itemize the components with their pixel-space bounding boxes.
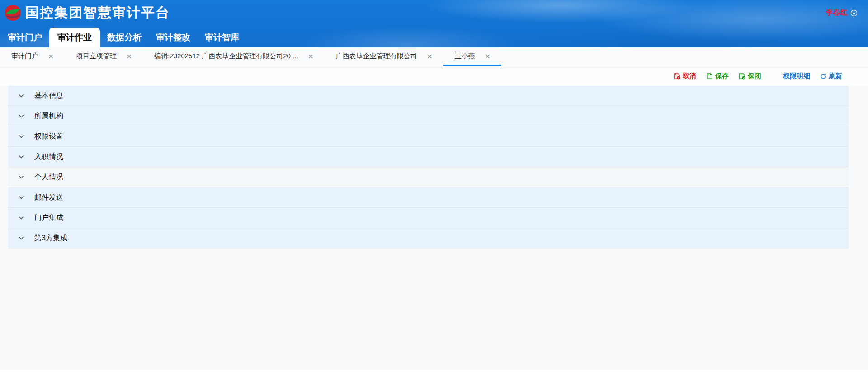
accordion-email-sending[interactable]: 邮件发送 [8, 187, 849, 208]
accordion-label: 门户集成 [34, 213, 63, 223]
doc-tab-wang-xiaoyan[interactable]: 王小燕 × [443, 47, 501, 66]
chevron-down-icon [18, 154, 24, 160]
cancel-button[interactable]: 取消 [674, 72, 696, 80]
accordion-label: 个人情况 [34, 173, 63, 182]
doc-tab-label: 广西农垦企业管理有限公司 [336, 52, 417, 61]
refresh-label: 刷新 [829, 72, 842, 80]
chevron-down-icon [18, 133, 24, 140]
save-close-label: 保闭 [748, 72, 761, 80]
form-content: 基本信息 所属机构 权限设置 入职情况 个人情况 邮件发送 门户集成 第3方集成 [0, 86, 868, 370]
accordion-portal-integration[interactable]: 门户集成 [8, 208, 849, 228]
accordion-label: 第3方集成 [34, 234, 67, 243]
cancel-label: 取消 [683, 72, 696, 80]
doc-tab-label: 王小燕 [455, 52, 475, 61]
permission-detail-button[interactable]: 权限明细 [783, 72, 810, 80]
top-header: 国控集团智慧审计平台 李春红 审计门户 审计作业 数据分析 审计整改 审计智库 [0, 0, 868, 47]
accordion-basic-info[interactable]: 基本信息 [8, 86, 849, 106]
chevron-down-icon [18, 93, 24, 99]
accordion-label: 所属机构 [34, 112, 63, 121]
close-icon[interactable]: × [308, 52, 313, 61]
accordion-label: 基本信息 [34, 91, 63, 101]
close-icon[interactable]: × [485, 52, 490, 61]
chevron-down-icon [18, 215, 24, 221]
nav-item-audit-rectify[interactable]: 审计整改 [149, 28, 198, 47]
doc-tab-company[interactable]: 广西农垦企业管理有限公司 × [325, 47, 443, 66]
refresh-button[interactable]: 刷新 [820, 72, 842, 80]
save-icon [706, 73, 713, 80]
save-button[interactable]: 保存 [706, 72, 729, 80]
save-label: 保存 [715, 72, 729, 80]
doc-tab-label: 审计门户 [11, 52, 38, 61]
doc-tab-edit-project[interactable]: 编辑:ZJ202512 广西农垦企业管理有限公司20 ... × [143, 47, 325, 66]
chevron-down-icon [18, 174, 24, 180]
app-logo-icon [5, 5, 21, 21]
module-nav: 审计门户 审计作业 数据分析 审计整改 审计智库 [0, 26, 868, 47]
nav-item-audit-portal[interactable]: 审计门户 [0, 28, 49, 47]
accordion-onboarding[interactable]: 入职情况 [8, 147, 849, 167]
permission-detail-label: 权限明细 [783, 72, 810, 80]
accordion-label: 权限设置 [34, 132, 63, 141]
doc-tab-label: 项目立项管理 [76, 52, 117, 61]
accordion-label: 邮件发送 [34, 193, 63, 202]
accordion-organization[interactable]: 所属机构 [8, 106, 849, 126]
nav-item-data-analysis[interactable]: 数据分析 [100, 28, 149, 47]
nav-item-audit-knowledge[interactable]: 审计智库 [198, 28, 246, 47]
title-bar: 国控集团智慧审计平台 李春红 [0, 0, 868, 26]
doc-tab-project-setup[interactable]: 项目立项管理 × [65, 47, 143, 66]
accordion-third-party-integration[interactable]: 第3方集成 [8, 228, 849, 248]
accordion-personal-info[interactable]: 个人情况 [8, 167, 849, 187]
form-toolbar: 取消 保存 保闭 权限明细 刷新 [0, 66, 868, 86]
document-tab-bar: 审计门户 × 项目立项管理 × 编辑:ZJ202512 广西农垦企业管理有限公司… [0, 47, 868, 66]
user-name[interactable]: 李春红 [826, 8, 848, 18]
save-and-close-button[interactable]: 保闭 [739, 72, 761, 80]
close-icon[interactable]: × [427, 52, 432, 61]
doc-tab-label: 编辑:ZJ202512 广西农垦企业管理有限公司20 ... [154, 52, 298, 61]
accordion-permission-settings[interactable]: 权限设置 [8, 126, 849, 147]
save-close-icon [739, 73, 745, 80]
refresh-icon [820, 73, 826, 80]
chevron-down-icon [18, 194, 24, 201]
doc-tab-audit-portal[interactable]: 审计门户 × [0, 47, 65, 66]
accordion-label: 入职情况 [34, 152, 63, 162]
cancel-save-icon [674, 73, 680, 80]
nav-item-audit-work[interactable]: 审计作业 [49, 28, 100, 47]
chevron-down-icon [18, 113, 24, 119]
close-icon[interactable]: × [48, 52, 53, 61]
chevron-down-icon [18, 235, 24, 241]
user-menu-chevron-down-icon[interactable] [850, 9, 858, 17]
page-title: 国控集团智慧审计平台 [25, 4, 170, 22]
close-icon[interactable]: × [127, 52, 132, 61]
